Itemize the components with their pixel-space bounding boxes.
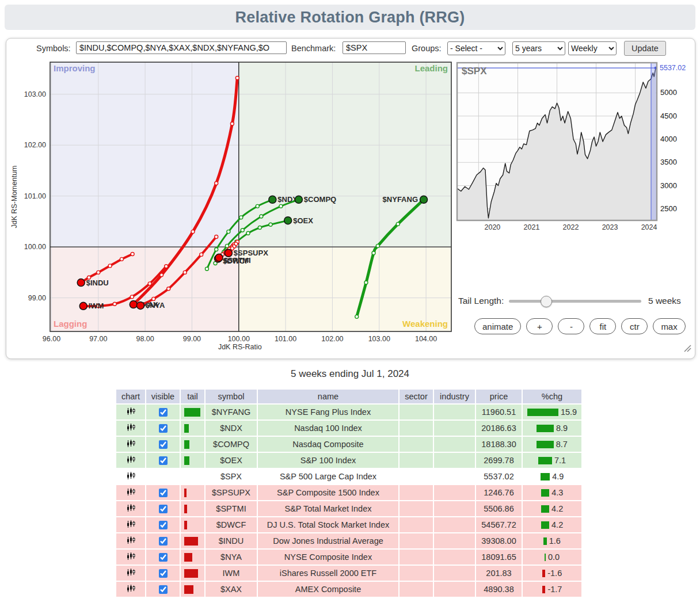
visible-cell[interactable] (146, 421, 180, 436)
benchmark-input[interactable] (343, 41, 406, 54)
price-cell: 11960.51 (476, 405, 522, 419)
visible-checkbox[interactable] (159, 585, 168, 594)
visible-cell[interactable] (146, 453, 180, 468)
chart-cell[interactable] (116, 566, 145, 581)
rrg-zoom-out-button[interactable]: - (558, 318, 584, 334)
chart-cell[interactable] (116, 469, 145, 484)
tail-swatch (184, 424, 189, 433)
svg-text:3000: 3000 (660, 181, 677, 190)
chart-cell[interactable] (116, 437, 145, 452)
chart-cell[interactable] (116, 582, 145, 597)
visible-checkbox[interactable] (159, 456, 168, 465)
quadrant-improving (50, 62, 239, 247)
candlestick-chart-icon[interactable] (126, 439, 136, 448)
svg-text:4000: 4000 (660, 135, 677, 143)
visible-checkbox[interactable] (159, 489, 168, 497)
visible-cell[interactable] (146, 550, 180, 565)
resize-handle-icon[interactable] (681, 342, 693, 353)
range-select[interactable]: 5 years (512, 41, 565, 55)
candlestick-chart-icon[interactable] (126, 584, 136, 593)
svg-text:2020: 2020 (485, 223, 501, 231)
column-header-symbol: symbol (206, 390, 257, 403)
column-header-price: price (476, 390, 522, 403)
visible-checkbox[interactable] (159, 537, 168, 546)
candlestick-chart-icon[interactable] (126, 423, 136, 432)
symbol-cell: $SPTMI (206, 501, 257, 516)
candlestick-chart-icon[interactable] (126, 407, 136, 416)
visible-checkbox[interactable] (159, 553, 168, 562)
visible-cell[interactable] (146, 485, 180, 500)
symbols-input[interactable] (76, 41, 287, 54)
industry-cell (434, 517, 475, 532)
candlestick-chart-icon[interactable] (126, 487, 136, 497)
visible-cell[interactable] (146, 437, 180, 452)
visible-checkbox[interactable] (159, 505, 168, 513)
update-button[interactable]: Update (624, 41, 666, 56)
chart-cell[interactable] (116, 517, 145, 532)
rrg-chart[interactable]: 96.0097.0098.0099.00100.00101.00102.0010… (9, 58, 461, 354)
visible-checkbox[interactable] (159, 424, 168, 433)
rrg-fit-button[interactable]: fit (589, 318, 616, 334)
quadrant-label-weakening: Weakening (402, 319, 448, 329)
tail-swatch (184, 585, 193, 594)
candlestick-chart-icon[interactable] (126, 471, 136, 480)
tail-length-label: Tail Length: (458, 296, 504, 306)
visible-cell[interactable] (146, 517, 180, 532)
visible-checkbox[interactable] (159, 521, 168, 529)
rrg-animate-button[interactable]: animate (474, 318, 521, 334)
visible-checkbox[interactable] (159, 440, 168, 449)
slider-track[interactable] (509, 300, 641, 303)
industry-cell (434, 453, 475, 468)
tail-swatch (184, 505, 187, 513)
slider-thumb[interactable] (541, 296, 552, 307)
visible-checkbox[interactable] (159, 569, 168, 578)
candlestick-chart-icon[interactable] (126, 520, 136, 529)
candlestick-chart-icon[interactable] (126, 536, 136, 545)
chart-cell[interactable] (116, 485, 145, 500)
tail-cell (181, 550, 204, 565)
visible-checkbox[interactable] (159, 408, 168, 417)
symbol-cell: $NYFANG (206, 405, 257, 419)
table-row-ndx: $NDXNasdaq 100 Index20186.638.9 (116, 421, 581, 436)
svg-text:98.00: 98.00 (136, 335, 154, 343)
price-cell: 4890.38 (476, 582, 522, 597)
pct-change-cell: 1.6 (523, 533, 581, 548)
chart-cell[interactable] (116, 501, 145, 516)
rrg-zoom-in-button[interactable]: + (526, 318, 553, 334)
symbols-label: Symbols: (36, 44, 71, 53)
visible-cell[interactable] (146, 405, 180, 419)
rrg-max-button[interactable]: max (653, 318, 685, 334)
visible-cell[interactable] (146, 533, 180, 548)
chart-cell[interactable] (116, 453, 145, 468)
spx-mini-chart[interactable]: 2020202120222023202425003000350040004500… (456, 62, 687, 235)
visible-cell[interactable] (146, 582, 180, 597)
price-cell: 54567.72 (476, 517, 522, 532)
pct-change-value: 4.2 (551, 520, 563, 529)
symbol-cell: $OEX (206, 453, 257, 468)
visible-cell[interactable] (146, 501, 180, 516)
visible-cell[interactable] (146, 566, 180, 581)
rrg-ctr-button[interactable]: ctr (621, 318, 648, 334)
groups-select[interactable]: - Select - (447, 41, 505, 55)
chart-cell[interactable] (116, 550, 145, 565)
symbol-cell: $COMPQ (206, 437, 257, 452)
candlestick-chart-icon[interactable] (126, 552, 136, 561)
period-select[interactable]: Weekly (568, 41, 617, 55)
sector-cell (400, 453, 433, 468)
pct-change-bar (542, 586, 546, 593)
chart-cell[interactable] (116, 533, 145, 548)
svg-text:$INDU: $INDU (86, 279, 109, 287)
pct-change-cell: 0.0 (523, 550, 581, 565)
table-row-iwm: IWMiShares Russell 2000 ETF201.83-1.6 (116, 566, 581, 581)
candlestick-chart-icon[interactable] (126, 568, 136, 577)
table-row-oex: $OEXS&P 100 Index2699.787.1 (116, 453, 581, 468)
candlestick-chart-icon[interactable] (126, 455, 136, 464)
pct-change-bar (543, 537, 546, 545)
table-row-nyfang: $NYFANGNYSE Fang Plus Index11960.5115.9 (116, 405, 581, 419)
candlestick-chart-icon[interactable] (126, 504, 136, 513)
svg-text:$SPSUPX: $SPSUPX (234, 249, 268, 257)
tail-length-slider[interactable] (509, 294, 641, 308)
chart-cell[interactable] (116, 405, 145, 419)
pct-change-value: 1.6 (549, 536, 561, 546)
chart-cell[interactable] (116, 421, 145, 436)
